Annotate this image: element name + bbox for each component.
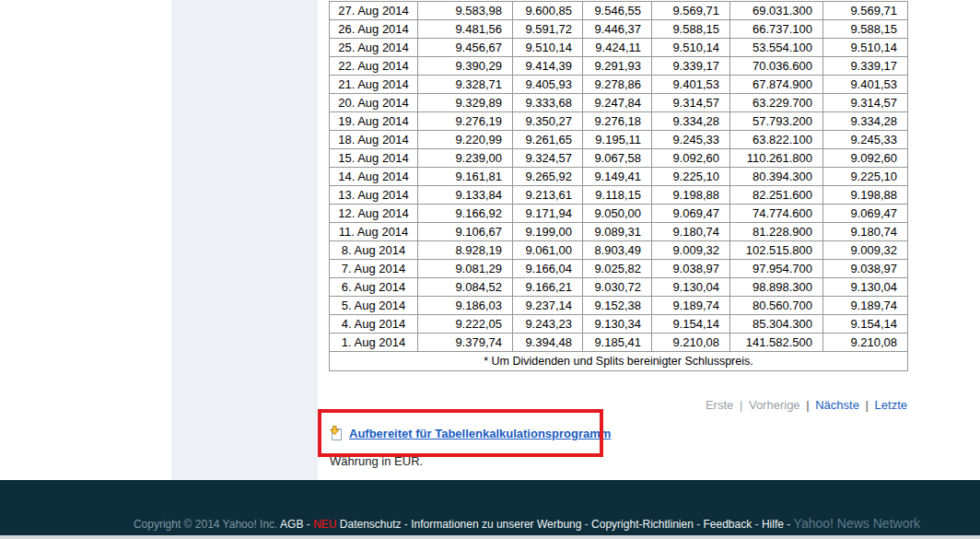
table-cell: 8.928,19: [418, 241, 513, 260]
table-cell: 6. Aug 2014: [330, 278, 418, 297]
pagination-last[interactable]: Letzte: [875, 398, 907, 412]
footer-link-feedback[interactable]: Feedback: [704, 518, 752, 531]
table-cell: 97.954.700: [730, 260, 823, 278]
new-badge: NEU: [313, 518, 336, 531]
table-cell: 9.198,88: [823, 186, 908, 205]
table-cell: 57.793.200: [730, 112, 823, 131]
table-cell: 9.334,28: [823, 112, 908, 131]
table-cell: 9.154,14: [823, 315, 908, 334]
table-row: 21. Aug 20149.328,719.405,939.278,869.40…: [330, 76, 908, 94]
table-row: 8. Aug 20148.928,199.061,008.903,499.009…: [330, 241, 908, 260]
table-cell: 8.903,49: [583, 241, 652, 260]
table-cell: 9.334,28: [652, 112, 730, 131]
table-cell: 9.030,72: [583, 278, 652, 297]
table-cell: 12. Aug 2014: [330, 205, 418, 223]
table-cell: 9.154,14: [652, 315, 730, 334]
footer-link-copyright-richtlinien[interactable]: Copyright-Richtlinien: [591, 518, 694, 531]
table-cell: 9.210,08: [823, 334, 908, 352]
table-cell: 9.414,39: [513, 57, 583, 76]
table-cell: 9.038,97: [823, 260, 908, 278]
table-cell: 15. Aug 2014: [330, 149, 418, 168]
pagination: Erste | Vorherige | Nächste | Letzte: [329, 398, 907, 412]
table-cell: 81.228.900: [730, 223, 823, 241]
table-cell: 141.582.500: [730, 334, 823, 352]
adjusted-close-footnote: * Um Dividenden und Splits bereinigter S…: [330, 352, 908, 371]
table-cell: 9.401,53: [652, 76, 730, 94]
table-cell: 9.149,41: [583, 168, 652, 186]
spreadsheet-download-link[interactable]: Aufbereitet für Tabellenkalkulationsprog…: [349, 427, 611, 440]
footer-separator: -: [404, 518, 408, 531]
table-cell: 63.822.100: [730, 131, 823, 149]
table-cell: 22. Aug 2014: [330, 57, 418, 76]
sidebar-panel: [171, 0, 318, 480]
table-cell: 9.481,56: [418, 20, 513, 39]
table-row: 22. Aug 20149.390,299.414,399.291,939.33…: [330, 57, 908, 76]
table-cell: 9.339,17: [823, 57, 908, 76]
table-row: 26. Aug 20149.481,569.591,729.446,379.58…: [330, 20, 908, 39]
table-cell: 9.588,15: [652, 20, 730, 39]
table-cell: 9.222,05: [418, 315, 513, 334]
table-cell: 9.180,74: [823, 223, 908, 241]
table-cell: 9.130,34: [583, 315, 652, 334]
table-row: 4. Aug 20149.222,059.243,239.130,349.154…: [330, 315, 908, 334]
table-row: 20. Aug 20149.329,899.333,689.247,849.31…: [330, 94, 908, 112]
table-cell: 14. Aug 2014: [330, 168, 418, 186]
table-cell: 66.737.100: [730, 20, 823, 39]
table-cell: 9.161,81: [418, 168, 513, 186]
table-cell: 9.390,29: [418, 57, 513, 76]
table-row: 25. Aug 20149.456,679.510,149.424,119.51…: [330, 39, 908, 57]
table-cell: 9.339,17: [652, 57, 730, 76]
table-cell: 9.025,82: [583, 260, 652, 278]
table-cell: 9.314,57: [823, 94, 908, 112]
table-cell: 9.401,53: [823, 76, 908, 94]
footer-link-werbung[interactable]: Informationen zu unserer Werbung: [411, 518, 581, 531]
table-cell: 9.089,31: [583, 223, 652, 241]
pagination-next[interactable]: Nächste: [815, 398, 859, 412]
footer-link-datenschutz[interactable]: Datenschutz: [340, 518, 402, 531]
table-cell: 9.171,94: [513, 205, 583, 223]
table-cell: 70.036.600: [730, 57, 823, 76]
table-cell: 9.588,15: [823, 20, 908, 39]
table-cell: 9.186,03: [418, 297, 513, 315]
table-cell: 9.261,65: [513, 131, 583, 149]
table-cell: 98.898.300: [730, 278, 823, 297]
table-cell: 9.291,93: [583, 57, 652, 76]
table-cell: 80.560.700: [730, 297, 823, 315]
bottom-strip: [0, 535, 980, 539]
table-cell: 9.510,14: [513, 39, 583, 57]
table-cell: 25. Aug 2014: [330, 39, 418, 57]
table-cell: 9.329,89: [418, 94, 513, 112]
footer-separator: -: [585, 518, 589, 531]
pagination-separator: |: [866, 398, 869, 412]
table-cell: 9.220,99: [418, 131, 513, 149]
table-cell: 9.213,61: [513, 186, 583, 205]
table-cell: 9.405,93: [513, 76, 583, 94]
table-cell: 9.130,04: [823, 278, 908, 297]
table-cell: 9.084,52: [418, 278, 513, 297]
table-cell: 18. Aug 2014: [330, 131, 418, 149]
table-cell: 9.069,47: [823, 205, 908, 223]
table-cell: 20. Aug 2014: [330, 94, 418, 112]
table-cell: 9.118,15: [583, 186, 652, 205]
table-cell: 9.081,29: [418, 260, 513, 278]
table-cell: 69.031.300: [730, 2, 823, 20]
table-cell: 9.009,32: [652, 241, 730, 260]
footer-link-hilfe[interactable]: Hilfe: [762, 518, 784, 531]
table-cell: 9.009,32: [823, 241, 908, 260]
table-cell: 9.328,71: [418, 76, 513, 94]
copyright-text: Copyright © 2014 Yahoo! Inc.: [134, 518, 278, 531]
table-cell: 9.546,55: [583, 2, 652, 20]
table-cell: 4. Aug 2014: [330, 315, 418, 334]
footer-separator: -: [307, 518, 310, 531]
footer-link-agb[interactable]: AGB: [280, 518, 303, 531]
table-cell: 9.247,84: [583, 94, 652, 112]
table-cell: 9.583,98: [418, 2, 513, 20]
pagination-first: Erste: [706, 398, 733, 412]
table-cell: 9.152,38: [583, 297, 652, 315]
table-cell: 9.210,08: [652, 334, 730, 352]
table-cell: 9.130,04: [652, 278, 730, 297]
table-cell: 9.189,74: [652, 297, 730, 315]
table-cell: 9.394,48: [513, 334, 583, 352]
yahoo-news-network-link[interactable]: Yahoo! News Network: [794, 516, 920, 531]
table-row: 7. Aug 20149.081,299.166,049.025,829.038…: [330, 260, 908, 278]
